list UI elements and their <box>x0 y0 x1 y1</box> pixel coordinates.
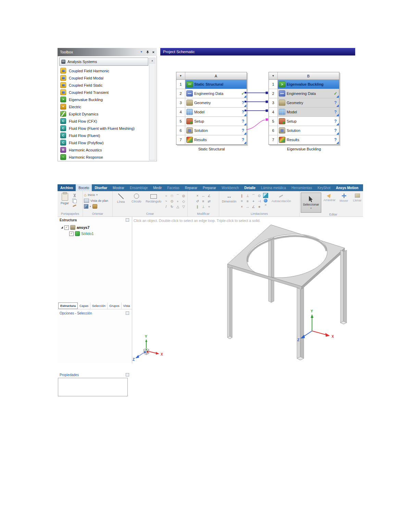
pull-tool-button[interactable]: Arrastrar <box>322 192 337 202</box>
format-painter-icon[interactable] <box>72 203 77 208</box>
constraint-tool-icon[interactable]: ⊣ <box>257 199 262 204</box>
toolbox-item-eigenvalue-buckling[interactable]: Eigenvalue Buckling <box>60 96 148 103</box>
toolbox-item-coupled-field-harmonic[interactable]: Coupled Field Harmonic <box>60 67 148 74</box>
system-a-row-7[interactable]: 7 Results? <box>176 135 247 145</box>
modify-tool-icon[interactable]: ↔ <box>201 193 206 198</box>
tab-ansys-motion[interactable]: Ansys Motion <box>333 184 361 191</box>
chevron-down-icon[interactable]: ▼ <box>269 72 278 79</box>
home-view-button[interactable]: ⌂ Inicio ▾ <box>84 192 98 198</box>
clear-constraints-icon[interactable]: × <box>264 203 266 207</box>
circle-tool-button[interactable]: Círculo <box>129 192 144 203</box>
tab-preparar[interactable]: Preparar <box>200 184 219 191</box>
copy-icon[interactable] <box>72 198 77 203</box>
constraint-tool-icon[interactable]: ∥ <box>239 193 245 198</box>
paste-button[interactable]: Pegar <box>59 192 71 205</box>
modify-tool-icon[interactable]: ↺ <box>195 199 200 204</box>
panel-options-icon[interactable] <box>126 218 129 222</box>
snap-toggle-icon[interactable] <box>263 193 268 198</box>
tab-estructura[interactable]: Estructura <box>58 302 78 309</box>
modify-tool-icon[interactable]: ∥ <box>195 204 200 209</box>
sketch-tool-icon[interactable]: / <box>163 204 169 209</box>
modify-tool-icon[interactable]: ≡ <box>201 199 206 204</box>
sketch-tool-icon[interactable]: ∘ <box>175 199 180 204</box>
tab-workbench[interactable]: Workbench <box>219 184 241 191</box>
panel-options-icon[interactable] <box>126 311 129 315</box>
toolbox-item-fluid-flow-fluent-meshing[interactable]: Fluid Flow (Fluent with Fluent Meshing) <box>60 125 148 132</box>
rectangle-tool-button[interactable]: Rectángulo <box>145 192 162 203</box>
system-a[interactable]: ▼ A 1 Static Structural 2 Engineering Da… <box>176 72 247 145</box>
toolbox-item-coupled-field-transient[interactable]: Coupled Field Transient <box>60 89 148 96</box>
viewport[interactable]: Click an object. Double-click to select … <box>132 217 363 363</box>
system-b-row-2[interactable]: 2 Engineering Data✓ <box>269 89 339 98</box>
modify-tool-icon[interactable]: ∠ <box>207 193 212 198</box>
sketch-tool-icon[interactable]: ○ <box>163 193 169 198</box>
constraint-tool-icon[interactable]: = <box>239 199 245 204</box>
constraint-tool-icon[interactable]: ∠ <box>251 204 256 209</box>
system-a-header[interactable]: ▼ A <box>176 72 247 80</box>
pin-icon[interactable] <box>146 50 149 54</box>
toolbox-item-fluid-flow-fluent[interactable]: Fluid Flow (Fluent) <box>60 132 148 139</box>
line-tool-button[interactable]: Línea <box>114 192 128 203</box>
panel-options-icon[interactable] <box>126 373 129 376</box>
chevron-down-icon[interactable]: ▼ <box>140 51 143 53</box>
constraint-tool-icon[interactable]: ≡ <box>245 199 250 204</box>
sketch-tool-icon[interactable]: □ <box>169 193 175 198</box>
select-tool-button[interactable]: Seleccionar ▾ <box>301 193 321 213</box>
toolbox-item-harmonic-response[interactable]: Harmonic Response <box>60 153 148 161</box>
toolbox-item-explicit-dynamics[interactable]: Explicit Dynamics <box>60 110 148 117</box>
tab-grupos[interactable]: Grupos <box>108 302 122 309</box>
toolbox-item-coupled-field-static[interactable]: Coupled Field Static <box>60 82 148 89</box>
system-b-header[interactable]: ▼ B <box>269 72 339 80</box>
analysis-systems-header[interactable]: Analysis Systems <box>59 58 148 66</box>
toolbox-item-coupled-field-modal[interactable]: Coupled Field Modal <box>60 74 148 82</box>
system-b-row-6[interactable]: 6 Solution? <box>269 126 339 135</box>
constraint-tool-icon[interactable]: ↔ <box>245 204 250 209</box>
cut-icon[interactable] <box>72 193 77 198</box>
system-b-row-7[interactable]: 7 Results? <box>269 135 339 145</box>
system-b[interactable]: ▼ B 1 Eigenvalue Buckling 2 Engineering … <box>269 72 339 145</box>
tab-disenar[interactable]: Diseñar <box>92 184 110 191</box>
view-cube-button[interactable]: ▾ <box>84 203 97 209</box>
tab-lamina-metalica[interactable]: Lámina metálica <box>258 184 289 191</box>
tab-archivo[interactable]: Archivo <box>58 184 76 191</box>
sketch-tool-icon[interactable]: ◎ <box>181 193 186 198</box>
tree-expander-icon[interactable] <box>61 226 63 228</box>
checkbox-checked-icon[interactable]: ✓ <box>64 225 69 230</box>
tab-seleccion[interactable]: Selección <box>90 302 108 309</box>
tab-boceto[interactable]: Boceto <box>76 184 92 191</box>
tree-item-root[interactable]: ✓ ansys7 <box>58 224 89 231</box>
system-b-row-4[interactable]: 4 Model? <box>269 108 339 117</box>
system-b-row-3[interactable]: 3 Geometry? <box>269 98 339 108</box>
sketch-tool-icon[interactable]: ◇ <box>181 199 186 204</box>
tab-herramientas[interactable]: Herramientas <box>289 184 315 191</box>
tab-reparar[interactable]: Reparar <box>182 184 200 191</box>
tree-item-solid[interactable]: ✓ Sólido1 <box>58 231 94 237</box>
tab-ensamblaje[interactable]: Ensamblaje <box>127 184 150 191</box>
sketch-tool-icon[interactable]: ▽ <box>181 204 186 209</box>
tab-facetas[interactable]: Facetas <box>164 184 182 191</box>
modify-tool-icon[interactable]: ⊥ <box>201 204 206 209</box>
tab-keyshot[interactable]: KeyShot <box>315 184 333 191</box>
system-a-row-6[interactable]: 6 Solution? <box>176 126 247 135</box>
fill-tool-button[interactable]: Llenar <box>351 192 363 202</box>
toolbox-item-harmonic-acoustics[interactable]: Harmonic Acoustics <box>60 146 148 153</box>
modify-tool-icon[interactable]: ⇄ <box>207 199 212 204</box>
constraint-tool-icon[interactable]: ⊥ <box>245 193 250 198</box>
toolbox-scrollbar[interactable]: ▲ <box>149 58 155 160</box>
grid-toggle-icon[interactable] <box>264 199 267 202</box>
system-b-row-5[interactable]: 5 Setup? <box>269 117 339 126</box>
constraint-tool-icon[interactable]: × <box>239 204 245 209</box>
constraint-tool-icon[interactable]: ⌒ <box>251 193 256 198</box>
toolbox-item-fluid-flow-polyflow[interactable]: Fluid Flow (Polyflow) <box>60 139 148 146</box>
plan-view-button[interactable]: Vista de plan <box>84 198 108 203</box>
constraint-tool-icon[interactable]: ⊙ <box>257 193 262 198</box>
model-3d-table-frame[interactable]: Y X Z <box>132 217 363 363</box>
scroll-up-icon[interactable]: ▲ <box>149 58 155 63</box>
system-a-row-2[interactable]: 2 Engineering Data✓ <box>176 89 247 98</box>
checkbox-checked-icon[interactable]: ✓ <box>69 232 74 236</box>
constraint-tool-icon[interactable]: ∗ <box>257 204 262 209</box>
chevron-down-icon[interactable]: ▼ <box>176 72 185 79</box>
sketch-tool-icon[interactable]: ⊙ <box>169 199 175 204</box>
tab-capas[interactable]: Capas <box>78 302 90 309</box>
system-a-row-1[interactable]: 1 Static Structural <box>176 80 247 89</box>
